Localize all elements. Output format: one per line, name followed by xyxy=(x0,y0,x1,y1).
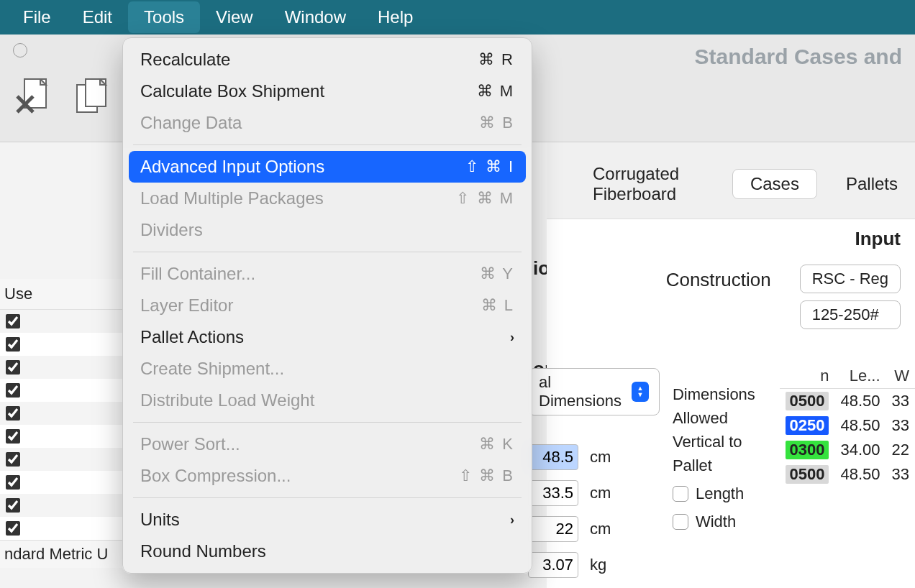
menu-item-label: Load Multiple Packages xyxy=(140,188,324,208)
table-row[interactable]: 025048.5033 xyxy=(780,413,916,438)
allowed-check-row: Length xyxy=(673,482,767,505)
dimension-input[interactable] xyxy=(528,480,578,506)
use-checkbox[interactable] xyxy=(6,360,20,375)
menu-item-shortcut: ⌘ Y xyxy=(480,265,514,283)
col-w[interactable]: W xyxy=(886,364,915,389)
cell-length: 48.50 xyxy=(834,462,886,487)
menu-item-label: Power Sort... xyxy=(140,434,240,454)
use-checkbox[interactable] xyxy=(6,406,20,421)
cell-width: 22 xyxy=(886,438,915,462)
menu-item-round-numbers[interactable]: Round Numbers xyxy=(129,536,526,567)
menu-item-label: Advanced Input Options xyxy=(140,157,324,177)
menu-item-calculate-box-shipment[interactable]: Calculate Box Shipment⌘ M xyxy=(129,75,526,107)
menu-edit[interactable]: Edit xyxy=(67,1,128,33)
menu-item-label: Fill Container... xyxy=(140,264,255,284)
dimension-inputs: cmcmcmkg xyxy=(528,415,660,578)
menu-item-load-multiple-packages: Load Multiple Packages⇧ ⌘ M xyxy=(129,183,526,214)
menu-file[interactable]: File xyxy=(7,1,67,33)
menu-item-pallet-actions[interactable]: Pallet Actions› xyxy=(129,321,526,353)
tab-cases[interactable]: Cases xyxy=(732,169,817,199)
tab-pallets[interactable]: Pallets xyxy=(829,170,915,198)
use-checkbox[interactable] xyxy=(6,475,20,490)
menu-item-advanced-input-options[interactable]: Advanced Input Options⇧ ⌘ I xyxy=(129,151,526,183)
cell-width: 33 xyxy=(886,462,915,487)
select-caret-icon xyxy=(632,382,649,402)
use-checkbox[interactable] xyxy=(6,383,20,398)
menu-item-label: Dividers xyxy=(140,220,203,240)
menu-help[interactable]: Help xyxy=(362,1,429,33)
menu-item-label: Box Compression... xyxy=(140,466,291,486)
use-checkbox-list xyxy=(0,310,126,540)
menu-item-shortcut: ⌘ B xyxy=(479,114,514,132)
table-row[interactable]: 030034.0022 xyxy=(780,438,916,462)
use-checkbox[interactable] xyxy=(6,498,20,513)
dimension-unit: cm xyxy=(590,484,611,502)
menu-separator xyxy=(133,144,522,145)
checkbox[interactable] xyxy=(673,486,688,502)
use-row xyxy=(0,425,126,448)
dimension-input[interactable] xyxy=(528,552,578,578)
use-row xyxy=(0,310,126,333)
use-checkbox[interactable] xyxy=(6,521,20,536)
dimension-row: kg xyxy=(528,552,660,578)
menu-item-label: Layer Editor xyxy=(140,295,233,316)
col-n[interactable]: n xyxy=(780,364,835,389)
checkbox-label: Width xyxy=(696,510,736,533)
dimension-unit: cm xyxy=(590,520,611,538)
tab-corrugated[interactable]: Corrugated Fiberboard xyxy=(575,160,721,208)
row-badge: 0500 xyxy=(786,465,829,484)
menu-item-label: Distribute Load Weight xyxy=(140,390,314,410)
menu-tools[interactable]: Tools xyxy=(128,1,200,33)
construction-label: Construction xyxy=(666,269,771,291)
allowed-check-row: Width xyxy=(673,510,767,533)
dimensions-mode-select[interactable]: al Dimensions xyxy=(528,368,660,415)
table-row[interactable]: 050048.5033 xyxy=(780,389,916,414)
chevron-right-icon: › xyxy=(510,330,514,345)
cell-length: 48.50 xyxy=(834,389,886,414)
documents-icon[interactable] xyxy=(70,75,112,118)
menu-separator xyxy=(133,422,522,423)
menu-item-units[interactable]: Units› xyxy=(129,504,526,536)
use-row xyxy=(0,356,126,379)
chevron-right-icon: › xyxy=(510,513,514,528)
menu-item-shortcut: ⌘ K xyxy=(479,435,514,454)
menu-item-shortcut: ⇧ ⌘ B xyxy=(459,467,514,485)
menu-item-recalculate[interactable]: Recalculate⌘ R xyxy=(129,44,526,75)
menu-item-dividers: Dividers xyxy=(129,214,526,246)
construction-board-combo[interactable]: 125-250# xyxy=(800,300,901,329)
menu-item-label: Calculate Box Shipment xyxy=(140,81,324,101)
construction-type-combo[interactable]: RSC - Reg xyxy=(800,265,901,293)
allowed-vertical-label: Dimensions Allowed Vertical to Pallet xyxy=(673,382,767,477)
menu-window[interactable]: Window xyxy=(269,1,362,33)
table-row[interactable]: 050048.5033 xyxy=(780,462,916,487)
units-metric-label: ndard Metric U xyxy=(0,540,126,568)
dimension-input[interactable] xyxy=(528,516,578,542)
row-badge: 0500 xyxy=(786,392,829,410)
window-title: Standard Cases and xyxy=(695,45,902,69)
row-badge: 0300 xyxy=(786,441,829,459)
use-checkbox[interactable] xyxy=(6,314,20,329)
checkbox[interactable] xyxy=(673,514,688,530)
use-checkbox[interactable] xyxy=(6,429,20,444)
use-checkbox[interactable] xyxy=(6,452,20,467)
menu-item-shortcut: ⌘ M xyxy=(477,82,514,101)
use-row xyxy=(0,494,126,517)
col-le[interactable]: Le... xyxy=(834,364,886,389)
use-row xyxy=(0,471,126,494)
menu-item-label: Pallet Actions xyxy=(140,327,244,347)
use-checkbox[interactable] xyxy=(6,337,20,352)
dimension-input[interactable] xyxy=(528,444,578,470)
menu-item-label: Change Data xyxy=(140,113,242,133)
menu-item-shortcut: ⇧ ⌘ I xyxy=(465,157,514,176)
menu-item-power-sort: Power Sort...⌘ K xyxy=(129,428,526,460)
menu-item-fill-container: Fill Container...⌘ Y xyxy=(129,258,526,290)
dimensions-mode-label: al Dimensions xyxy=(539,373,624,410)
delete-document-icon[interactable] xyxy=(13,75,55,118)
use-row xyxy=(0,379,126,402)
menu-item-shortcut: ⌘ L xyxy=(481,296,514,315)
menu-view[interactable]: View xyxy=(200,1,269,33)
menu-item-change-data: Change Data⌘ B xyxy=(129,107,526,139)
dimension-unit: kg xyxy=(590,556,606,574)
window-close-dot[interactable] xyxy=(13,43,27,58)
menu-item-create-shipment: Create Shipment... xyxy=(129,353,526,385)
